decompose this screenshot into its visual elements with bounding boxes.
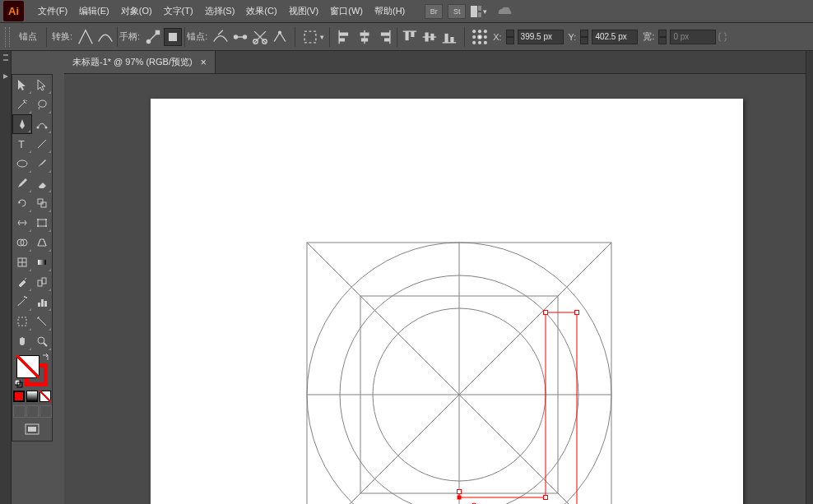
lasso-icon[interactable] — [32, 95, 52, 114]
color-mode-icon[interactable] — [13, 391, 25, 402]
rectangle-icon[interactable] — [12, 154, 32, 173]
stock-icon[interactable]: St — [448, 4, 466, 19]
svg-rect-66 — [44, 301, 47, 307]
link-wh-icon[interactable] — [718, 29, 727, 45]
show-handles-icon[interactable] — [144, 28, 162, 46]
align-right-icon[interactable] — [375, 28, 393, 46]
svg-point-35 — [484, 30, 487, 33]
svg-rect-86 — [458, 496, 462, 500]
convert-corner-icon[interactable] — [77, 28, 95, 46]
menu-type[interactable]: 文字(T) — [158, 2, 199, 20]
svg-rect-49 — [38, 220, 46, 226]
line-icon[interactable] — [32, 134, 52, 154]
svg-rect-28 — [425, 32, 429, 41]
draw-behind-icon[interactable] — [26, 405, 39, 418]
mesh-icon[interactable] — [12, 252, 32, 272]
sync-icon[interactable] — [496, 4, 513, 19]
svg-point-43 — [45, 127, 48, 129]
svg-point-36 — [472, 35, 476, 38]
magic-wand-icon[interactable] — [12, 95, 32, 114]
menu-object[interactable]: 对象(O) — [115, 2, 158, 20]
symbol-sprayer-icon[interactable] — [12, 292, 32, 312]
convert-smooth-icon[interactable] — [96, 28, 114, 46]
isolate-icon[interactable] — [301, 28, 319, 46]
align-left-icon[interactable] — [336, 28, 354, 46]
reference-point-icon[interactable] — [471, 28, 489, 46]
paintbrush-icon[interactable] — [32, 154, 52, 173]
blend-icon[interactable] — [32, 272, 52, 292]
swap-fill-stroke-icon[interactable] — [41, 354, 49, 362]
free-transform-icon[interactable] — [32, 213, 52, 233]
align-top-icon[interactable] — [401, 28, 419, 46]
svg-rect-0 — [471, 6, 477, 17]
artboard-icon[interactable] — [12, 312, 32, 331]
left-panel-rail[interactable] — [0, 51, 12, 504]
menu-view[interactable]: 视图(V) — [283, 2, 325, 20]
w-input[interactable] — [670, 30, 716, 44]
canvas[interactable] — [64, 74, 806, 504]
panel-grip[interactable] — [5, 27, 10, 47]
slice-icon[interactable] — [32, 312, 52, 331]
direct-selection-icon[interactable] — [32, 75, 52, 95]
svg-rect-5 — [156, 30, 160, 35]
bridge-icon[interactable]: Br — [425, 4, 443, 19]
svg-rect-67 — [18, 317, 26, 326]
menu-file[interactable]: 文件(F) — [32, 2, 73, 20]
remove-anchor-icon[interactable] — [211, 28, 230, 46]
svg-rect-14 — [304, 31, 316, 43]
zoom-icon[interactable] — [32, 331, 52, 351]
y-input[interactable] — [592, 30, 638, 44]
svg-point-42 — [37, 127, 39, 129]
align-vcenter-icon[interactable] — [420, 28, 439, 46]
gradient-mode-icon[interactable] — [26, 391, 38, 402]
convert-point-icon[interactable] — [271, 28, 289, 46]
svg-rect-29 — [431, 33, 434, 39]
svg-point-37 — [478, 35, 481, 38]
selection-icon[interactable] — [12, 75, 32, 95]
pen-icon[interactable] — [12, 114, 32, 134]
document-tab[interactable]: 未标题-1* @ 97% (RGB/预览) × — [64, 51, 216, 73]
menu-effect[interactable]: 效果(C) — [240, 2, 282, 20]
eraser-icon[interactable] — [32, 173, 52, 193]
svg-rect-65 — [41, 299, 44, 307]
shape-builder-icon[interactable] — [12, 233, 32, 252]
draw-inside-icon[interactable] — [39, 405, 52, 418]
x-label: X: — [493, 32, 501, 42]
scale-icon[interactable] — [32, 193, 52, 213]
gradient-icon[interactable] — [32, 252, 52, 272]
hand-icon[interactable] — [12, 331, 32, 351]
fill-stroke-swatch[interactable] — [15, 354, 49, 388]
none-mode-icon[interactable] — [39, 391, 51, 402]
curvature-icon[interactable] — [32, 114, 52, 134]
hide-handles-icon[interactable] — [164, 28, 182, 46]
x-input[interactable] — [518, 30, 564, 44]
default-fill-stroke-icon[interactable] — [15, 380, 23, 388]
expand-panels-icon[interactable] — [2, 72, 10, 81]
y-label: Y: — [569, 32, 577, 42]
cut-path-icon[interactable] — [251, 28, 269, 46]
eyedropper-icon[interactable] — [12, 272, 32, 292]
type-icon[interactable]: T — [12, 134, 32, 154]
connect-anchor-icon[interactable] — [231, 28, 249, 46]
fill-swatch[interactable] — [16, 355, 39, 378]
menu-window[interactable]: 窗口(W) — [324, 2, 369, 20]
perspective-icon[interactable] — [32, 233, 52, 252]
pencil-icon[interactable] — [12, 173, 32, 193]
close-tab-icon[interactable]: × — [201, 57, 207, 68]
menu-help[interactable]: 帮助(H) — [369, 2, 411, 20]
column-graph-icon[interactable] — [32, 292, 52, 312]
width-icon[interactable] — [12, 213, 32, 233]
draw-normal-icon[interactable] — [13, 405, 26, 418]
menu-edit[interactable]: 编辑(E) — [73, 2, 115, 20]
rotate-icon[interactable] — [12, 193, 32, 213]
menu-select[interactable]: 选择(S) — [199, 2, 241, 20]
align-hcenter-icon[interactable] — [355, 28, 374, 46]
align-bottom-icon[interactable] — [440, 28, 458, 46]
svg-rect-64 — [38, 303, 40, 307]
svg-point-68 — [38, 337, 44, 344]
svg-point-62 — [26, 297, 27, 298]
screen-mode-icon[interactable] — [12, 420, 52, 438]
arrange-documents-icon[interactable]: ▾ — [471, 5, 487, 18]
right-panel-rail[interactable] — [806, 51, 813, 504]
svg-rect-25 — [406, 31, 409, 40]
